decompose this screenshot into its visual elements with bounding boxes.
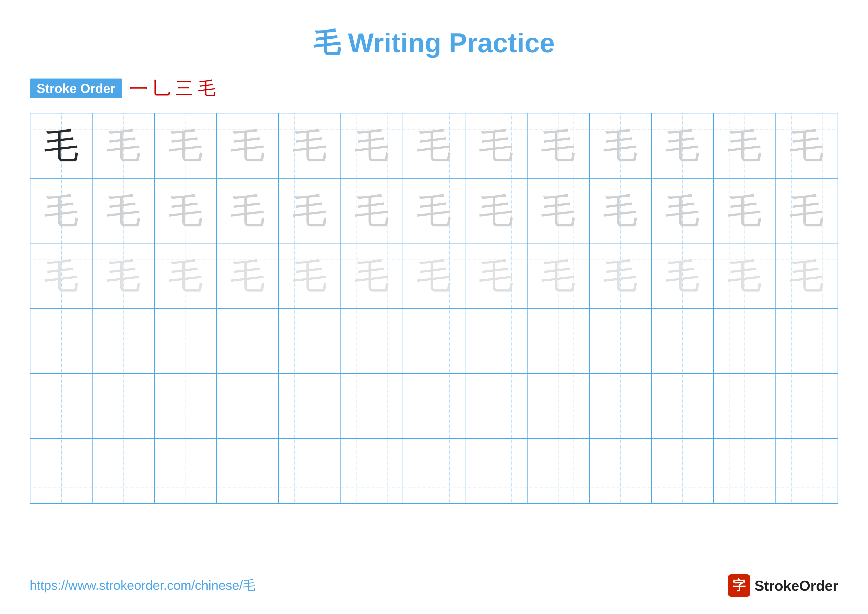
grid-cell[interactable]: 毛 xyxy=(154,113,217,178)
footer-logo: 字 StrokeOrder xyxy=(728,574,838,597)
grid-cell[interactable]: 毛 xyxy=(714,178,776,244)
page-title: 毛 Writing Practice xyxy=(30,25,838,62)
grid-cell[interactable] xyxy=(217,308,279,373)
grid-cell[interactable]: 毛 xyxy=(589,178,651,244)
grid-cell[interactable]: 毛 xyxy=(403,243,465,308)
grid-cell[interactable] xyxy=(92,438,154,504)
grid-cell[interactable] xyxy=(279,308,341,373)
grid-cell[interactable] xyxy=(776,308,838,373)
grid-cell[interactable] xyxy=(651,373,714,438)
grid-cell[interactable]: 毛 xyxy=(714,243,776,308)
grid-cell[interactable] xyxy=(403,438,465,504)
practice-char: 毛 xyxy=(603,259,638,293)
grid-cell[interactable]: 毛 xyxy=(527,243,589,308)
grid-cell[interactable]: 毛 xyxy=(30,113,92,178)
grid-cell[interactable]: 毛 xyxy=(651,243,714,308)
grid-cell[interactable]: 毛 xyxy=(92,113,154,178)
grid-cell[interactable] xyxy=(527,438,589,504)
grid-cell[interactable]: 毛 xyxy=(776,113,838,178)
grid-cell[interactable] xyxy=(341,438,403,504)
grid-cell[interactable] xyxy=(776,373,838,438)
practice-char: 毛 xyxy=(541,128,575,163)
grid-cell[interactable]: 毛 xyxy=(30,178,92,244)
footer-url: https://www.strokeorder.com/chinese/毛 xyxy=(30,577,256,594)
grid-cell[interactable] xyxy=(465,438,527,504)
practice-char: 毛 xyxy=(417,259,451,293)
grid-cell[interactable] xyxy=(279,373,341,438)
grid-cell[interactable]: 毛 xyxy=(217,113,279,178)
grid-cell[interactable]: 毛 xyxy=(92,243,154,308)
grid-cell[interactable]: 毛 xyxy=(217,178,279,244)
grid-cell[interactable]: 毛 xyxy=(527,178,589,244)
grid-cell[interactable]: 毛 xyxy=(589,243,651,308)
grid-cell[interactable] xyxy=(92,373,154,438)
grid-cell[interactable]: 毛 xyxy=(776,178,838,244)
grid-cell[interactable] xyxy=(465,373,527,438)
grid-cell[interactable] xyxy=(651,308,714,373)
grid-cell[interactable]: 毛 xyxy=(92,178,154,244)
grid-cell[interactable]: 毛 xyxy=(651,113,714,178)
stroke-step-2: ⺃ xyxy=(152,76,170,100)
logo-text: StrokeOrder xyxy=(755,577,838,594)
grid-cell[interactable] xyxy=(589,438,651,504)
grid-cell[interactable]: 毛 xyxy=(154,243,217,308)
practice-char: 毛 xyxy=(106,259,141,293)
grid-cell[interactable] xyxy=(651,438,714,504)
stroke-step-1: ㇐ xyxy=(130,76,147,100)
grid-cell[interactable] xyxy=(154,373,217,438)
grid-cell[interactable]: 毛 xyxy=(465,243,527,308)
grid-cell[interactable] xyxy=(776,438,838,504)
grid-cell[interactable] xyxy=(341,308,403,373)
grid-cell[interactable] xyxy=(154,308,217,373)
grid-cell[interactable]: 毛 xyxy=(30,243,92,308)
grid-cell[interactable] xyxy=(341,373,403,438)
practice-char: 毛 xyxy=(293,128,327,163)
practice-char: 毛 xyxy=(603,193,638,228)
practice-char: 毛 xyxy=(789,193,824,228)
practice-char: 毛 xyxy=(789,259,824,293)
practice-char: 毛 xyxy=(541,193,575,228)
grid-cell[interactable] xyxy=(714,308,776,373)
grid-cell[interactable] xyxy=(714,373,776,438)
practice-char: 毛 xyxy=(44,259,79,293)
grid-cell[interactable]: 毛 xyxy=(465,113,527,178)
grid-cell[interactable] xyxy=(589,373,651,438)
grid-cell[interactable]: 毛 xyxy=(403,178,465,244)
grid-cell[interactable] xyxy=(217,438,279,504)
grid-cell[interactable] xyxy=(465,308,527,373)
grid-cell[interactable]: 毛 xyxy=(217,243,279,308)
practice-char: 毛 xyxy=(230,128,265,163)
grid-cell[interactable] xyxy=(154,438,217,504)
grid-cell[interactable] xyxy=(714,438,776,504)
grid-cell[interactable] xyxy=(589,308,651,373)
grid-cell[interactable]: 毛 xyxy=(279,178,341,244)
practice-char: 毛 xyxy=(355,128,389,163)
practice-char: 毛 xyxy=(417,193,451,228)
grid-cell[interactable] xyxy=(403,373,465,438)
grid-cell[interactable] xyxy=(527,373,589,438)
grid-cell[interactable]: 毛 xyxy=(651,178,714,244)
grid-cell[interactable]: 毛 xyxy=(403,113,465,178)
grid-cell[interactable]: 毛 xyxy=(341,178,403,244)
grid-cell[interactable] xyxy=(527,308,589,373)
grid-cell[interactable] xyxy=(30,438,92,504)
grid-cell[interactable]: 毛 xyxy=(589,113,651,178)
grid-cell[interactable]: 毛 xyxy=(465,178,527,244)
grid-cell[interactable]: 毛 xyxy=(279,243,341,308)
grid-cell[interactable] xyxy=(92,308,154,373)
stroke-step-4: 毛 xyxy=(198,76,216,100)
grid-cell[interactable]: 毛 xyxy=(341,113,403,178)
grid-cell[interactable] xyxy=(217,373,279,438)
grid-cell[interactable] xyxy=(279,438,341,504)
grid-cell[interactable]: 毛 xyxy=(776,243,838,308)
stroke-step-3: 三 xyxy=(175,76,193,100)
grid-cell[interactable]: 毛 xyxy=(279,113,341,178)
grid-cell[interactable]: 毛 xyxy=(714,113,776,178)
grid-cell[interactable] xyxy=(403,308,465,373)
practice-char: 毛 xyxy=(230,259,265,293)
grid-cell[interactable]: 毛 xyxy=(341,243,403,308)
grid-cell[interactable] xyxy=(30,373,92,438)
grid-cell[interactable]: 毛 xyxy=(154,178,217,244)
grid-cell[interactable] xyxy=(30,308,92,373)
grid-cell[interactable]: 毛 xyxy=(527,113,589,178)
